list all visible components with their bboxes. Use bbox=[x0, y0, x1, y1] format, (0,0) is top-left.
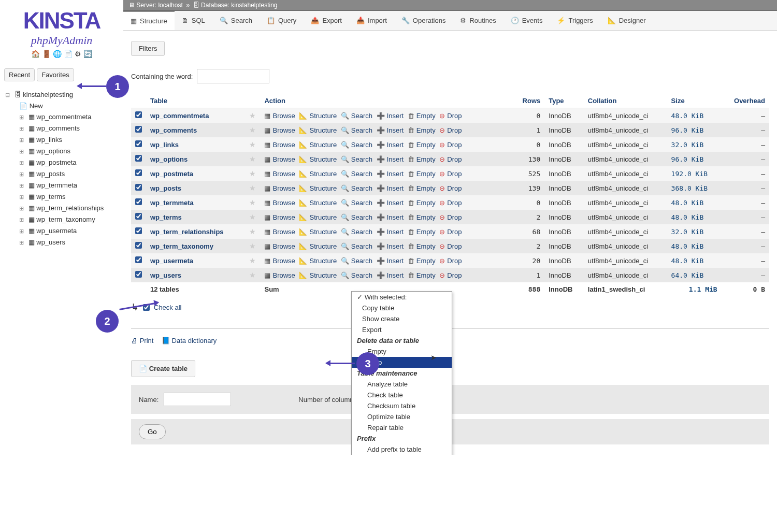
breadcrumb-server[interactable]: localhost bbox=[158, 2, 182, 9]
row-checkbox[interactable] bbox=[135, 140, 142, 147]
plus-icon[interactable]: ⊞ bbox=[19, 194, 26, 201]
browse-link[interactable]: Browse bbox=[270, 141, 297, 149]
empty-link[interactable]: Empty bbox=[414, 184, 438, 192]
star-icon[interactable]: ★ bbox=[249, 184, 256, 192]
plus-icon[interactable]: ⊞ bbox=[19, 217, 26, 224]
dd-check[interactable]: Check table bbox=[352, 390, 452, 400]
create-table-button[interactable]: 📄 Create table bbox=[131, 360, 195, 377]
browse-link[interactable]: Browse bbox=[270, 155, 297, 163]
table-name-link[interactable]: wp_term_relationships bbox=[150, 228, 224, 236]
structure-link[interactable]: Structure bbox=[307, 141, 339, 149]
browse-link[interactable]: Browse bbox=[270, 228, 297, 236]
search-link[interactable]: Search bbox=[349, 228, 375, 236]
table-name-link[interactable]: wp_usermeta bbox=[150, 257, 193, 265]
minus-icon[interactable]: ⊟ bbox=[5, 92, 12, 99]
tab-recent[interactable]: Recent bbox=[4, 68, 35, 81]
search-link[interactable]: Search bbox=[349, 213, 375, 221]
table-name-link[interactable]: wp_comments bbox=[150, 126, 197, 134]
browse-link[interactable]: Browse bbox=[270, 242, 297, 250]
tab-query[interactable]: 📋Query bbox=[260, 11, 304, 30]
tab-search[interactable]: 🔍Search bbox=[212, 11, 260, 30]
insert-link[interactable]: Insert bbox=[385, 184, 406, 192]
refresh-icon[interactable]: 🔄 bbox=[83, 50, 92, 58]
tree-table-wp_comments[interactable]: ⊞ ▦ wp_comments bbox=[3, 123, 121, 134]
table-name-link[interactable]: wp_posts bbox=[150, 184, 181, 192]
tree-table-wp_term_relationships[interactable]: ⊞ ▦ wp_term_relationships bbox=[3, 203, 121, 214]
table-name-link[interactable]: wp_users bbox=[150, 271, 181, 279]
tab-routines[interactable]: ⚙Routines bbox=[453, 11, 503, 30]
breadcrumb-db[interactable]: kinstahelptesting bbox=[231, 2, 277, 9]
tab-sql[interactable]: 🗎SQL bbox=[175, 11, 212, 30]
plus-icon[interactable]: ⊞ bbox=[19, 148, 26, 155]
tree-table-wp_users[interactable]: ⊞ ▦ wp_users bbox=[3, 237, 121, 248]
dd-export[interactable]: Export bbox=[352, 324, 452, 335]
drop-link[interactable]: Drop bbox=[445, 112, 464, 120]
tree-table-wp_links[interactable]: ⊞ ▦ wp_links bbox=[3, 134, 121, 146]
dd-show[interactable]: Show create bbox=[352, 313, 452, 324]
drop-link[interactable]: Drop bbox=[445, 170, 464, 178]
insert-link[interactable]: Insert bbox=[385, 228, 406, 236]
empty-link[interactable]: Empty bbox=[414, 155, 438, 163]
row-checkbox[interactable] bbox=[135, 198, 142, 205]
empty-link[interactable]: Empty bbox=[414, 271, 438, 279]
tree-table-wp_options[interactable]: ⊞ ▦ wp_options bbox=[3, 146, 121, 157]
row-checkbox[interactable] bbox=[135, 271, 142, 278]
browse-link[interactable]: Browse bbox=[270, 213, 297, 221]
col-type[interactable]: Type bbox=[544, 94, 584, 108]
dd-repair[interactable]: Repair table bbox=[352, 422, 452, 433]
row-checkbox[interactable] bbox=[135, 111, 142, 118]
insert-link[interactable]: Insert bbox=[385, 170, 406, 178]
tab-operations[interactable]: 🔧Operations bbox=[394, 11, 453, 30]
dd-optimize[interactable]: Optimize table bbox=[352, 411, 452, 422]
star-icon[interactable]: ★ bbox=[249, 213, 256, 221]
tree-table-wp_term_taxonomy[interactable]: ⊞ ▦ wp_term_taxonomy bbox=[3, 214, 121, 225]
plus-icon[interactable]: ⊞ bbox=[19, 182, 26, 190]
star-icon[interactable]: ★ bbox=[249, 126, 256, 134]
filter-input[interactable] bbox=[197, 69, 269, 83]
search-link[interactable]: Search bbox=[349, 199, 375, 207]
search-link[interactable]: Search bbox=[349, 141, 375, 149]
search-link[interactable]: Search bbox=[349, 242, 375, 250]
dd-copy[interactable]: Copy table bbox=[352, 303, 452, 313]
row-checkbox[interactable] bbox=[135, 242, 142, 249]
structure-link[interactable]: Structure bbox=[307, 126, 339, 134]
tab-designer[interactable]: 📐Designer bbox=[600, 11, 653, 30]
plus-icon[interactable]: ⊞ bbox=[19, 228, 26, 235]
plus-icon[interactable]: ⊞ bbox=[19, 137, 26, 144]
empty-link[interactable]: Empty bbox=[414, 257, 438, 265]
row-checkbox[interactable] bbox=[135, 184, 142, 191]
gear-icon[interactable]: ⚙ bbox=[75, 50, 81, 58]
tab-export[interactable]: 📤Export bbox=[304, 11, 349, 30]
plus-icon[interactable]: ⊞ bbox=[19, 114, 26, 121]
row-checkbox[interactable] bbox=[135, 126, 142, 133]
drop-link[interactable]: Drop bbox=[445, 155, 464, 163]
col-table[interactable]: Table bbox=[146, 94, 245, 108]
tree-table-wp_terms[interactable]: ⊞ ▦ wp_terms bbox=[3, 191, 121, 203]
star-icon[interactable]: ★ bbox=[249, 271, 256, 279]
row-checkbox[interactable] bbox=[135, 213, 142, 220]
col-rows[interactable]: Rows bbox=[513, 94, 545, 108]
star-icon[interactable]: ★ bbox=[249, 140, 256, 149]
structure-link[interactable]: Structure bbox=[307, 257, 339, 265]
row-checkbox[interactable] bbox=[135, 256, 142, 263]
search-link[interactable]: Search bbox=[349, 271, 375, 279]
structure-link[interactable]: Structure bbox=[307, 199, 339, 207]
tree-table-wp_postmeta[interactable]: ⊞ ▦ wp_postmeta bbox=[3, 157, 121, 168]
col-collation[interactable]: Collation bbox=[584, 94, 667, 108]
star-icon[interactable]: ★ bbox=[249, 111, 256, 120]
docs-icon[interactable]: 📄 bbox=[64, 50, 73, 58]
insert-link[interactable]: Insert bbox=[385, 112, 406, 120]
star-icon[interactable]: ★ bbox=[249, 242, 256, 250]
insert-link[interactable]: Insert bbox=[385, 271, 406, 279]
drop-link[interactable]: Drop bbox=[445, 242, 464, 250]
browse-link[interactable]: Browse bbox=[270, 126, 297, 134]
star-icon[interactable]: ★ bbox=[249, 155, 256, 163]
drop-link[interactable]: Drop bbox=[445, 199, 464, 207]
insert-link[interactable]: Insert bbox=[385, 199, 406, 207]
star-icon[interactable]: ★ bbox=[249, 198, 256, 207]
table-name-link[interactable]: wp_options bbox=[150, 155, 188, 163]
table-name-link[interactable]: wp_commentmeta bbox=[150, 112, 209, 120]
tab-favorites[interactable]: Favorites bbox=[37, 68, 74, 81]
table-name-link[interactable]: wp_termmeta bbox=[150, 199, 194, 207]
browse-link[interactable]: Browse bbox=[270, 199, 297, 207]
